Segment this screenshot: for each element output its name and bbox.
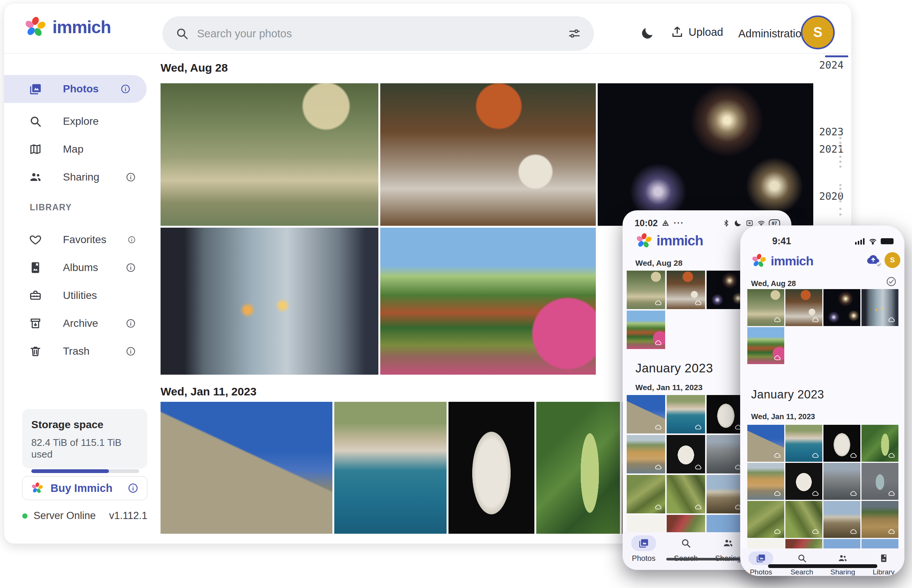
- photo-tile-dinner[interactable]: [667, 271, 705, 309]
- photo-tile-bust2[interactable]: [667, 435, 705, 473]
- photo-tile-sand[interactable]: [747, 539, 784, 548]
- photo-castle-walls[interactable]: [161, 402, 333, 534]
- sidebar-item-explore[interactable]: Explore: [4, 107, 152, 135]
- photo-tile-cliff[interactable]: [627, 435, 665, 473]
- sidebar-item-map[interactable]: Map: [4, 135, 152, 163]
- backup-cloud-button[interactable]: [866, 254, 881, 267]
- timeline-year[interactable]: 2020: [814, 191, 848, 202]
- photo-tile-town[interactable]: [823, 501, 860, 538]
- photo-tile-garden[interactable]: [747, 327, 784, 364]
- nav-item-photos[interactable]: Photos: [741, 551, 780, 576]
- photos-icon: [29, 82, 42, 95]
- date-group-header: Wed, Aug 28: [161, 61, 228, 74]
- explore-search-icon: [29, 115, 42, 128]
- timeline-year[interactable]: 2023: [814, 126, 848, 137]
- photo-tile-colorful[interactable]: [667, 515, 705, 532]
- photo-tile-sand[interactable]: [627, 515, 665, 532]
- buy-immich-button[interactable]: Buy Immich: [22, 476, 147, 500]
- photo-tile-skytile[interactable]: [707, 515, 745, 532]
- photo-garden-path[interactable]: [380, 228, 596, 375]
- nav-item-search[interactable]: Search: [666, 535, 705, 570]
- upload-button[interactable]: Upload: [670, 25, 723, 39]
- photo-tile-fireworks[interactable]: [823, 289, 860, 326]
- search-filter-icon[interactable]: [568, 27, 581, 40]
- photo-tile-ruins[interactable]: [823, 463, 860, 500]
- photo-tile-coast[interactable]: [785, 425, 822, 462]
- photo-tile-monkeys[interactable]: [747, 289, 784, 326]
- photo-tile-bust[interactable]: [823, 425, 860, 462]
- cloud-backup-icon: [888, 315, 896, 324]
- info-icon[interactable]: [126, 346, 136, 357]
- photo-coastal-town[interactable]: [334, 402, 447, 534]
- photo-sculpture-bust[interactable]: [449, 402, 534, 534]
- photo-tile-fireworks[interactable]: [707, 271, 745, 309]
- timeline-year[interactable]: 2024: [814, 59, 848, 71]
- timeline-position-bar[interactable]: [825, 55, 848, 57]
- sidebar-item-trash[interactable]: Trash: [4, 338, 152, 365]
- sidebar-item-sharing[interactable]: Sharing: [4, 163, 152, 191]
- sidebar-item-photos[interactable]: Photos: [4, 75, 147, 103]
- nav-item-search[interactable]: Search: [782, 551, 822, 576]
- select-all-check-icon[interactable]: [886, 276, 897, 287]
- home-indicator[interactable]: [768, 564, 877, 568]
- photo-tile-skytile[interactable]: [823, 539, 860, 548]
- photo-tile-lizard2[interactable]: [667, 475, 705, 514]
- date-group-header: Wed, Aug 28: [635, 258, 683, 268]
- sidebar-item-utilities[interactable]: Utilities: [4, 281, 152, 309]
- photo-tile-lizard1[interactable]: [747, 501, 784, 538]
- photo-tile-cliff[interactable]: [747, 463, 784, 500]
- storage-space-card: Storage space 82.4 TiB of 115.1 TiB used: [22, 409, 147, 468]
- photo-tile-skytile[interactable]: [862, 539, 898, 548]
- photo-monkeys-forest[interactable]: [161, 83, 378, 226]
- nav-label: Photos: [750, 568, 772, 576]
- photo-seagrape-plant[interactable]: [536, 402, 620, 534]
- photo-tile-garden[interactable]: [627, 310, 665, 349]
- sidebar-item-favorites[interactable]: Favorites: [4, 226, 152, 254]
- bluetooth-icon: [722, 219, 730, 227]
- photo-tile-lizard1[interactable]: [627, 475, 665, 514]
- administration-link[interactable]: Administration: [738, 27, 808, 40]
- info-icon[interactable]: [128, 234, 136, 245]
- nav-item-library[interactable]: Library: [864, 551, 903, 576]
- photo-tile-hands[interactable]: [862, 289, 898, 326]
- photo-fireworks[interactable]: [598, 83, 813, 226]
- photo-tile-castle[interactable]: [627, 395, 665, 433]
- info-icon[interactable]: [126, 172, 136, 183]
- photo-tile-bust2[interactable]: [785, 463, 822, 500]
- sidebar-label: Sharing: [63, 171, 100, 183]
- photo-tile-farm[interactable]: [862, 501, 898, 538]
- nav-item-photos[interactable]: Photos: [624, 535, 663, 570]
- photo-tile-town[interactable]: [707, 475, 745, 514]
- timeline-year[interactable]: 2021: [814, 143, 848, 155]
- cloud-backup-icon: [654, 463, 662, 471]
- timeline-dot: [839, 213, 841, 216]
- sidebar-item-albums[interactable]: Albums: [4, 254, 152, 281]
- photo-tile-bust[interactable]: [707, 395, 745, 433]
- search-input[interactable]: [197, 27, 559, 40]
- photo-tile-lizard2[interactable]: [785, 501, 822, 538]
- info-icon[interactable]: [120, 84, 131, 94]
- search-bar[interactable]: [162, 16, 594, 51]
- photo-tile-trophy[interactable]: [862, 463, 898, 500]
- photo-tile-ruins[interactable]: [707, 435, 745, 473]
- dark-mode-toggle[interactable]: [640, 26, 655, 40]
- user-avatar[interactable]: S: [885, 252, 900, 268]
- photo-tile-castle[interactable]: [747, 425, 784, 462]
- nav-label: Search: [791, 568, 813, 576]
- photo-tile-coast[interactable]: [667, 395, 705, 433]
- sidebar-label: Archive: [63, 317, 98, 330]
- photo-tile-colorful[interactable]: [785, 539, 822, 548]
- photo-tile-seagrape[interactable]: [862, 425, 898, 462]
- info-icon[interactable]: [126, 262, 136, 273]
- info-icon[interactable]: [126, 318, 136, 329]
- user-avatar[interactable]: S: [801, 15, 835, 49]
- immich-flower-icon: [31, 482, 44, 494]
- nav-item-sharing[interactable]: Sharing: [823, 551, 862, 576]
- immich-logo[interactable]: immich: [24, 15, 111, 39]
- photo-holding-hands[interactable]: [161, 228, 378, 375]
- photo-dinner-table[interactable]: [380, 83, 596, 226]
- photo-tile-monkeys[interactable]: [627, 271, 665, 309]
- home-indicator[interactable]: [666, 558, 748, 561]
- sidebar-item-archive[interactable]: Archive: [4, 309, 152, 338]
- photo-tile-dinner[interactable]: [785, 289, 822, 326]
